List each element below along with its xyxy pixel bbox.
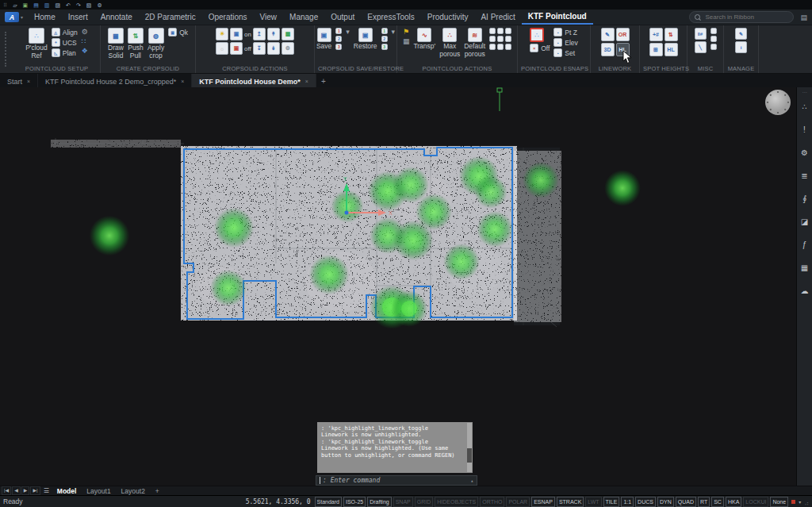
restore-slot-3-button[interactable]: 3 <box>381 44 388 50</box>
attachments-panel-icon[interactable]: ∮ <box>802 187 806 210</box>
settings-icon[interactable]: ⚙ <box>97 2 102 8</box>
menu-tab-ai-predict[interactable]: AI Predict <box>474 10 521 25</box>
setup-settings-button[interactable]: ⚙ <box>82 28 88 36</box>
save-slot-2-button[interactable]: 2 <box>335 36 342 42</box>
crop-down-button[interactable]: ↡ <box>267 42 280 55</box>
measure-button[interactable]: ‖# <box>695 28 707 40</box>
status-toggle-ducs[interactable]: DUCS <box>635 497 656 507</box>
status-toggle-hideobjects[interactable]: HIDEOBJECTS <box>435 497 478 507</box>
command-scrollbar[interactable] <box>467 423 472 472</box>
esnap-set-button[interactable]: ▪Set <box>553 48 578 57</box>
crop-bulb-off-button[interactable]: ☼ <box>216 42 228 55</box>
density-button[interactable] <box>497 28 504 34</box>
density-button[interactable] <box>505 44 511 50</box>
status-toggle-grid[interactable]: GRID <box>415 497 434 507</box>
print-icon[interactable]: ▨ <box>55 2 60 8</box>
layout-nav-button[interactable]: ▶ <box>21 486 30 495</box>
crop-lower-button[interactable]: ↧ <box>253 42 266 55</box>
or-linework-button[interactable]: OR <box>616 28 630 41</box>
status-field-standard[interactable]: Standard <box>315 497 342 507</box>
status-field-drafting[interactable]: Drafting <box>367 497 392 507</box>
menu-tab-manage[interactable]: Manage <box>283 10 324 25</box>
setup-extra-button[interactable]: ❖ <box>82 47 88 55</box>
spot-arrows-button[interactable]: ⇅ <box>665 28 678 41</box>
status-toggle-esnap[interactable]: ESNAP <box>531 497 555 507</box>
ucs-button[interactable]: ⌖UCS <box>52 38 78 47</box>
crop-up-button[interactable]: ↟ <box>267 28 280 40</box>
alerts-panel-icon[interactable]: ! <box>803 118 806 141</box>
misc-mini-button[interactable] <box>710 36 717 42</box>
logo-dropdown-icon[interactable]: ▾ <box>21 14 23 20</box>
restore-dropdown[interactable]: ▾ <box>392 28 396 36</box>
statusbar-menu-icon[interactable]: ▾ <box>799 499 801 505</box>
command-input[interactable]: : Enter command ▴ <box>316 475 477 486</box>
navigation-ball[interactable] <box>765 90 791 115</box>
save-slot-1-button[interactable]: 1 <box>335 28 342 34</box>
menu-tab-annotate[interactable]: Annotate <box>94 10 139 25</box>
status-toggle-rt[interactable]: RT <box>698 497 710 507</box>
save-dropdown[interactable]: ▾ <box>346 28 350 36</box>
menu-tab-productivity[interactable]: Productivity <box>421 10 475 25</box>
layout-nav-button[interactable]: ▶| <box>30 486 40 495</box>
annotation-monitor-icon[interactable] <box>791 500 795 504</box>
layout-tab-model[interactable]: Model <box>52 487 82 495</box>
fields-panel-icon[interactable]: ƒ <box>802 233 807 256</box>
layout-list-icon[interactable]: ☰ <box>41 487 52 494</box>
layout-nav-button[interactable]: ◀ <box>12 486 21 495</box>
ribbon-panel-toggle-icon[interactable]: ▤ <box>800 13 807 21</box>
status-toggle-1-1[interactable]: 1:1 <box>621 497 634 507</box>
save-all-icon[interactable]: ▥ <box>44 2 50 8</box>
save-slot-3-button[interactable]: 3 <box>335 44 342 50</box>
add-layout-button[interactable]: + <box>151 487 164 495</box>
status-toggle-tile[interactable]: TILE <box>603 497 620 507</box>
menu-tab-output[interactable]: Output <box>324 10 361 25</box>
align-button[interactable]: ◬Align <box>52 28 78 36</box>
crop-raise-button[interactable]: ↥ <box>253 28 266 40</box>
ribbon-search[interactable] <box>689 11 794 23</box>
setup-colorize-button[interactable]: ∷ <box>82 37 88 45</box>
esnap-elev-button[interactable]: ▪Elev <box>553 38 578 47</box>
menu-tab-insert[interactable]: Insert <box>62 10 94 25</box>
3d-linework-button[interactable]: 3D <box>601 43 615 56</box>
draw-solid-button[interactable]: ▦DrawSolid <box>108 28 124 60</box>
max-porous-button[interactable]: ∴Maxporous <box>439 28 460 58</box>
save-cropsolid-button[interactable]: ▣Save <box>316 28 331 50</box>
density-button[interactable] <box>497 44 504 50</box>
menu-tab-view[interactable]: View <box>254 10 284 25</box>
push-pull-button[interactable]: ⇅PushPull <box>128 28 144 60</box>
scrollbar-thumb[interactable] <box>467 448 472 463</box>
open-document-icon[interactable]: ▣ <box>23 2 29 8</box>
density-button[interactable] <box>489 28 496 34</box>
status-toggle-snap[interactable]: SNAP <box>393 497 413 507</box>
render-panel-icon[interactable]: ▦ <box>801 256 808 279</box>
esnap-off-button[interactable]: ×Off <box>530 44 550 52</box>
layout-nav-button[interactable]: |◀ <box>2 486 11 495</box>
status-toggle-sc[interactable]: SC <box>711 497 724 507</box>
crop-off-button[interactable]: ▣ <box>230 42 243 55</box>
highlight-linework-button[interactable]: HL <box>616 43 630 56</box>
qk-button[interactable]: ▣Qk <box>168 28 188 36</box>
add-spot-height-button[interactable]: +# <box>649 28 663 41</box>
undo-icon[interactable]: ↶ <box>66 2 71 8</box>
default-porous-button[interactable]: ≋Defaultporous <box>464 28 485 58</box>
crop-green-button[interactable]: ▩ <box>282 28 294 40</box>
density-button[interactable] <box>489 44 496 50</box>
crop-bulb-on-button[interactable]: ☀ <box>216 28 228 40</box>
status-toggle-polar[interactable]: POLAR <box>506 497 530 507</box>
menu-tab-home[interactable]: Home <box>28 10 62 25</box>
app-logo-icon[interactable]: A <box>5 12 19 22</box>
layers-panel-icon[interactable]: ≣ <box>801 164 807 187</box>
draw-linework-button[interactable]: ✎ <box>601 28 615 41</box>
status-toggle-lockui[interactable]: LOCKUI <box>743 497 768 507</box>
properties-icon[interactable]: ▧ <box>86 2 92 8</box>
edit-manage-button[interactable]: ✎ <box>735 28 747 40</box>
menu-tab-operations[interactable]: Operations <box>202 10 254 25</box>
expand-command-icon[interactable]: ▴ <box>470 478 473 483</box>
status-toggle-none[interactable]: None <box>770 497 788 507</box>
plan-button[interactable]: ◺Plan <box>52 48 78 57</box>
density-button[interactable] <box>505 36 511 42</box>
status-toggle-lwt[interactable]: LWT <box>585 497 601 507</box>
misc-mini-button[interactable] <box>710 44 717 50</box>
menu-tab-expresstools[interactable]: ExpressTools <box>361 10 420 25</box>
restore-slot-1-button[interactable]: 1 <box>381 28 388 34</box>
